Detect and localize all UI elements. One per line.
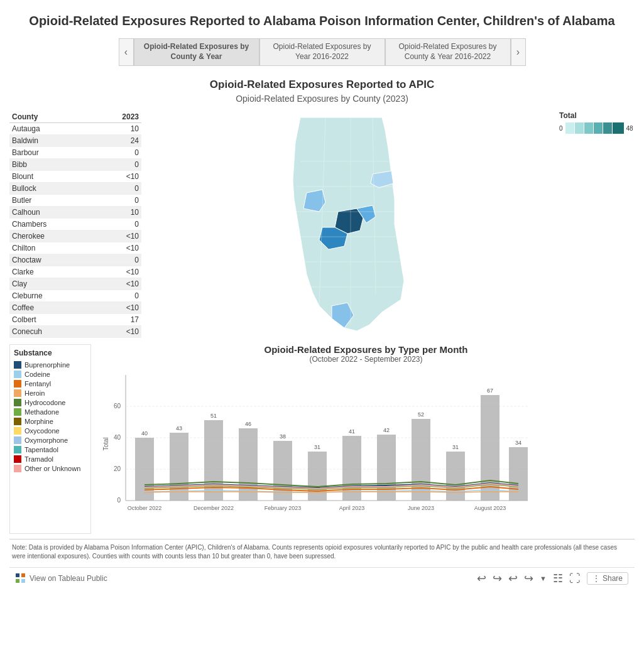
county-table: County 2023 Autauga10Baldwin24Barbour0Bi… bbox=[9, 111, 141, 338]
tableau-logo[interactable]: View on Tableau Public bbox=[16, 573, 107, 583]
undo2-button[interactable]: ↩ bbox=[508, 572, 518, 585]
substance-item: Oxymorphone bbox=[14, 436, 87, 444]
svg-text:60: 60 bbox=[114, 403, 121, 409]
substance-item: Other or Unknown bbox=[14, 465, 87, 472]
substance-color-swatch bbox=[14, 399, 21, 406]
table-row: Choctaw0 bbox=[9, 254, 141, 266]
substance-color-swatch bbox=[14, 446, 21, 453]
undo-button[interactable]: ↩ bbox=[477, 572, 486, 585]
map-container bbox=[148, 111, 553, 338]
substance-item: Methadone bbox=[14, 408, 87, 416]
county-value: 0 bbox=[95, 195, 141, 207]
svg-text:October 2022: October 2022 bbox=[128, 505, 162, 511]
county-name: Butler bbox=[9, 195, 95, 207]
svg-text:38: 38 bbox=[280, 433, 286, 440]
svg-text:31: 31 bbox=[452, 444, 459, 450]
county-name: Baldwin bbox=[9, 135, 95, 147]
table-row: Barbour0 bbox=[9, 147, 141, 159]
table-row: Chambers0 bbox=[9, 219, 141, 230]
svg-rect-42 bbox=[509, 447, 528, 501]
county-value: 0 bbox=[95, 254, 141, 266]
county-name: Bibb bbox=[9, 159, 95, 171]
substance-name: Tramadol bbox=[25, 455, 53, 463]
county-name: Chilton bbox=[9, 242, 95, 254]
county-value: <10 bbox=[95, 242, 141, 254]
svg-rect-26 bbox=[239, 428, 258, 501]
county-value: <10 bbox=[95, 302, 141, 314]
county-value: 17 bbox=[95, 314, 141, 326]
table-row: Baldwin24 bbox=[9, 135, 141, 147]
substance-color-swatch bbox=[14, 389, 21, 397]
substance-color-swatch bbox=[14, 427, 21, 435]
substance-legend: Substance BuprenorphineCodeineFentanylHe… bbox=[9, 344, 91, 534]
svg-text:52: 52 bbox=[418, 411, 424, 418]
county-name: Coffee bbox=[9, 302, 95, 314]
county-name: Barbour bbox=[9, 147, 95, 159]
county-value: <10 bbox=[95, 326, 141, 338]
svg-text:0: 0 bbox=[117, 497, 121, 504]
svg-text:December 2022: December 2022 bbox=[194, 505, 234, 511]
substance-name: Hydrocodone bbox=[25, 399, 65, 406]
svg-text:34: 34 bbox=[515, 440, 521, 446]
county-value: 10 bbox=[95, 207, 141, 219]
expand-button[interactable]: ⛶ bbox=[569, 572, 581, 585]
table-row: Cleburne0 bbox=[9, 290, 141, 302]
tab-next-arrow[interactable]: › bbox=[511, 38, 526, 66]
county-name: Blount bbox=[9, 171, 95, 183]
grid-view-button[interactable]: ☷ bbox=[553, 572, 563, 585]
table-row: Clarke<10 bbox=[9, 266, 141, 278]
share-button[interactable]: ⋮ Share bbox=[587, 572, 628, 585]
svg-text:41: 41 bbox=[349, 428, 355, 435]
table-row: Clay<10 bbox=[9, 278, 141, 290]
county-col-header: County bbox=[9, 111, 95, 123]
footer-note: Note: Data is provided by Alabama Poison… bbox=[9, 539, 635, 565]
legend-title: Total bbox=[559, 111, 635, 120]
svg-text:Total: Total bbox=[102, 437, 109, 450]
tab-prev-arrow[interactable]: ‹ bbox=[119, 38, 134, 66]
svg-text:67: 67 bbox=[487, 388, 493, 394]
substance-color-swatch bbox=[14, 371, 21, 378]
line-chart-subtitle: (October 2022 - September 2023) bbox=[101, 355, 631, 364]
chart-main-title: Opioid-Related Exposures Reported to API… bbox=[9, 79, 635, 91]
substance-legend-title: Substance bbox=[14, 349, 87, 357]
county-name: Clay bbox=[9, 278, 95, 290]
svg-text:April 2023: April 2023 bbox=[339, 505, 365, 511]
county-name: Autauga bbox=[9, 123, 95, 135]
svg-rect-38 bbox=[446, 452, 465, 501]
tableau-grid-icon bbox=[16, 573, 26, 583]
chart-subtitle: Opioid-Related Exposures by County (2023… bbox=[9, 94, 635, 104]
county-value: <10 bbox=[95, 230, 141, 242]
svg-text:40: 40 bbox=[114, 434, 121, 441]
svg-rect-20 bbox=[135, 438, 154, 501]
table-row: Bullock0 bbox=[9, 183, 141, 195]
county-name: Colbert bbox=[9, 314, 95, 326]
tab-county-year-2016[interactable]: Opioid-Related Exposures by County & Yea… bbox=[385, 38, 511, 66]
dropdown-arrow[interactable]: ▼ bbox=[540, 575, 547, 582]
substance-name: Fentanyl bbox=[25, 380, 51, 388]
tab-year-2016[interactable]: Opioid-Related Exposures by Year 2016-20… bbox=[259, 38, 385, 66]
table-row: Autauga10 bbox=[9, 123, 141, 135]
line-chart-container: Opioid-Related Exposures by Type per Mon… bbox=[97, 344, 635, 534]
table-row: Conecuh<10 bbox=[9, 326, 141, 338]
county-name: Cherokee bbox=[9, 230, 95, 242]
county-value: 0 bbox=[95, 290, 141, 302]
county-value: 24 bbox=[95, 135, 141, 147]
redo2-button[interactable]: ↪ bbox=[524, 572, 533, 585]
county-value: 0 bbox=[95, 147, 141, 159]
svg-text:August 2023: August 2023 bbox=[474, 505, 506, 511]
substance-item: Heroin bbox=[14, 389, 87, 397]
map-legend: Total 0 48 bbox=[559, 111, 635, 338]
tab-navigation: ‹ Opioid-Related Exposures by County & Y… bbox=[9, 38, 635, 66]
substance-item: Hydrocodone bbox=[14, 399, 87, 406]
tab-county-year[interactable]: Opioid-Related Exposures by County & Yea… bbox=[134, 38, 259, 66]
share-icon: ⋮ bbox=[592, 574, 600, 583]
substance-name: Methadone bbox=[25, 408, 59, 416]
county-name: Calhoun bbox=[9, 207, 95, 219]
county-table-container: County 2023 Autauga10Baldwin24Barbour0Bi… bbox=[9, 111, 141, 338]
county-name: Choctaw bbox=[9, 254, 95, 266]
substance-name: Heroin bbox=[25, 389, 45, 397]
substance-name: Oxycodone bbox=[25, 427, 60, 435]
substance-name: Other or Unknown bbox=[25, 465, 80, 472]
redo-button[interactable]: ↪ bbox=[493, 572, 502, 585]
tableau-actions: ↩ ↪ ↩ ↪ ▼ ☷ ⛶ ⋮ Share bbox=[477, 572, 628, 585]
